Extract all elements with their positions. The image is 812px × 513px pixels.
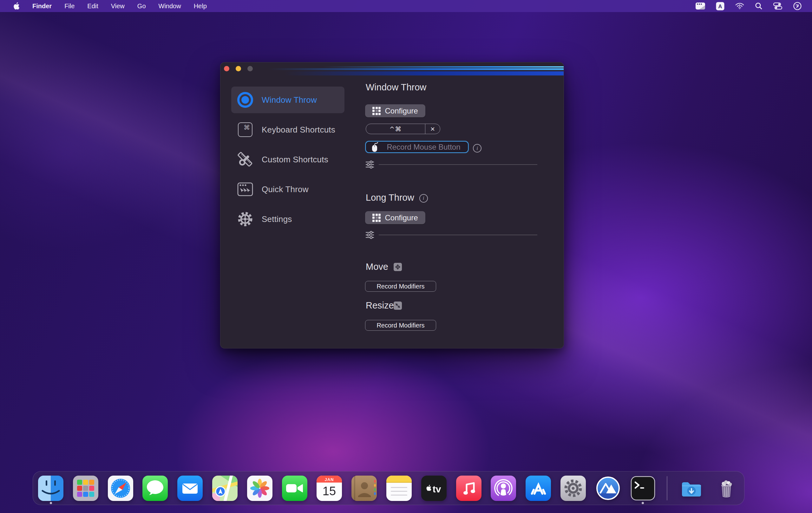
dock-item-podcasts[interactable] bbox=[491, 472, 516, 505]
dock-item-system-preferences[interactable] bbox=[560, 472, 586, 505]
safari-icon bbox=[108, 476, 133, 501]
dock-item-maps[interactable] bbox=[212, 472, 238, 505]
control-center-icon[interactable] bbox=[773, 2, 783, 10]
sidebar-item-window-throw[interactable]: Window Throw bbox=[231, 87, 345, 113]
contacts-icon bbox=[351, 476, 377, 501]
menu-view[interactable]: View bbox=[111, 3, 125, 10]
screen-artifact bbox=[323, 66, 563, 67]
section-title-long-throw: Long Throwi bbox=[366, 192, 428, 203]
sliders-icon[interactable] bbox=[365, 160, 375, 171]
divider bbox=[379, 164, 537, 165]
window-gesture-icon[interactable] bbox=[695, 2, 705, 10]
mail-icon bbox=[177, 476, 203, 501]
sidebar-item-label: Settings bbox=[262, 214, 292, 224]
input-source-icon[interactable]: A bbox=[716, 2, 724, 10]
resize-label: Resize bbox=[366, 300, 394, 311]
messages-icon bbox=[142, 476, 168, 501]
apple-menu-icon[interactable] bbox=[13, 2, 20, 10]
svg-text:JAN: JAN bbox=[325, 477, 334, 482]
record-modifiers-move-button[interactable]: Record Modifiers bbox=[365, 281, 436, 292]
dock-item-finder[interactable] bbox=[38, 472, 63, 505]
wifi-alert-icon[interactable] bbox=[735, 2, 745, 10]
sidebar-item-label: Quick Throw bbox=[262, 184, 309, 194]
dock-item-contacts[interactable] bbox=[351, 472, 377, 505]
dock-item-trash[interactable] bbox=[714, 472, 739, 505]
terminal-icon bbox=[630, 476, 656, 501]
spotlight-search-icon[interactable] bbox=[755, 2, 762, 10]
sidebar-item-settings[interactable]: Settings bbox=[231, 206, 345, 233]
menu-file[interactable]: File bbox=[64, 3, 75, 10]
info-icon[interactable]: i bbox=[419, 194, 428, 203]
svg-text:15: 15 bbox=[323, 484, 336, 498]
dock-item-music[interactable] bbox=[456, 472, 482, 505]
menu-go[interactable]: Go bbox=[137, 3, 146, 10]
dock-item-launchpad[interactable] bbox=[73, 472, 98, 505]
section-title-window-throw: Window Throw bbox=[366, 82, 426, 93]
screen-artifact bbox=[269, 68, 563, 70]
gear-icon bbox=[237, 211, 254, 227]
record-modifiers-resize-button[interactable]: Record Modifiers bbox=[365, 320, 436, 331]
clear-shortcut-button[interactable]: × bbox=[425, 124, 440, 134]
apple-tv-icon: tv bbox=[421, 476, 446, 501]
dock-item-calendar[interactable]: JAN15 bbox=[317, 472, 342, 505]
svg-text:A: A bbox=[718, 3, 722, 9]
calendar-icon: JAN15 bbox=[317, 476, 342, 501]
screen-artifact bbox=[285, 71, 563, 76]
sidebar-item-custom-shortcuts[interactable]: Custom Shortcuts bbox=[231, 146, 345, 173]
system-preferences-icon bbox=[560, 476, 586, 501]
menu-bar: Finder File Edit View Go Window Help A bbox=[0, 0, 812, 12]
command-key-icon: ⌘ bbox=[237, 121, 254, 138]
close-button[interactable] bbox=[224, 66, 229, 71]
sidebar-item-label: Keyboard Shortcuts bbox=[262, 125, 335, 135]
svg-text:tv: tv bbox=[432, 484, 441, 494]
maps-icon bbox=[212, 476, 238, 501]
menu-window[interactable]: Window bbox=[158, 3, 181, 10]
photos-icon bbox=[247, 476, 272, 501]
dock-item-app-store[interactable] bbox=[526, 472, 551, 505]
record-mouse-placeholder: Record Mouse Button bbox=[379, 143, 468, 152]
grid-icon bbox=[372, 107, 381, 115]
menu-help[interactable]: Help bbox=[194, 3, 207, 10]
dock-item-facetime[interactable] bbox=[282, 472, 307, 505]
configure-window-throw-button[interactable]: Configure bbox=[365, 104, 425, 117]
downloads-folder-icon bbox=[679, 476, 704, 501]
dock-item-tv[interactable]: tv bbox=[421, 472, 446, 505]
keyboard-shortcut-field: ^⌘ × bbox=[366, 124, 440, 134]
sidebar-item-label: Custom Shortcuts bbox=[262, 155, 328, 164]
dock: JAN15 tv bbox=[33, 471, 745, 505]
info-icon[interactable]: i bbox=[473, 144, 482, 152]
running-indicator bbox=[50, 502, 52, 504]
dock-item-photos[interactable] bbox=[247, 472, 272, 505]
dock-item-swish[interactable] bbox=[596, 472, 621, 505]
window-cursors-icon bbox=[237, 181, 254, 198]
resize-diagonal-icon bbox=[394, 302, 402, 310]
dock-item-safari[interactable] bbox=[108, 472, 133, 505]
grid-icon bbox=[372, 214, 381, 222]
menu-bar-left: Finder File Edit View Go Window Help bbox=[0, 2, 207, 10]
dock-item-notes[interactable] bbox=[386, 472, 412, 505]
sidebar-item-quick-throw[interactable]: Quick Throw bbox=[231, 176, 345, 203]
swish-preferences-window: Window Throw ⌘ Keyboard Shortcuts Custom… bbox=[220, 62, 564, 349]
shortcut-value[interactable]: ^⌘ bbox=[366, 124, 425, 134]
facetime-icon bbox=[282, 476, 307, 501]
sidebar-item-keyboard-shortcuts[interactable]: ⌘ Keyboard Shortcuts bbox=[231, 116, 345, 143]
dock-item-messages[interactable] bbox=[142, 472, 168, 505]
zoom-button-disabled[interactable] bbox=[248, 66, 253, 71]
configure-long-throw-button[interactable]: Configure bbox=[365, 211, 425, 224]
dock-item-downloads[interactable] bbox=[679, 472, 704, 505]
music-icon bbox=[456, 476, 482, 501]
dock-item-terminal[interactable] bbox=[630, 472, 656, 505]
record-mouse-button-field[interactable]: Record Mouse Button bbox=[365, 141, 469, 153]
ruler-wrench-icon bbox=[237, 151, 254, 168]
move-label: Move bbox=[366, 262, 388, 272]
podcasts-icon bbox=[491, 476, 516, 501]
menu-edit[interactable]: Edit bbox=[87, 3, 98, 10]
dock-item-mail[interactable] bbox=[177, 472, 203, 505]
circle-arrow-icon[interactable] bbox=[793, 2, 802, 10]
mouse-icon bbox=[370, 142, 379, 152]
sidebar-item-label: Window Throw bbox=[262, 95, 317, 105]
sliders-icon[interactable] bbox=[365, 230, 375, 241]
active-app-name[interactable]: Finder bbox=[32, 3, 52, 10]
desktop: Finder File Edit View Go Window Help A bbox=[0, 0, 812, 513]
minimize-button[interactable] bbox=[236, 66, 241, 71]
